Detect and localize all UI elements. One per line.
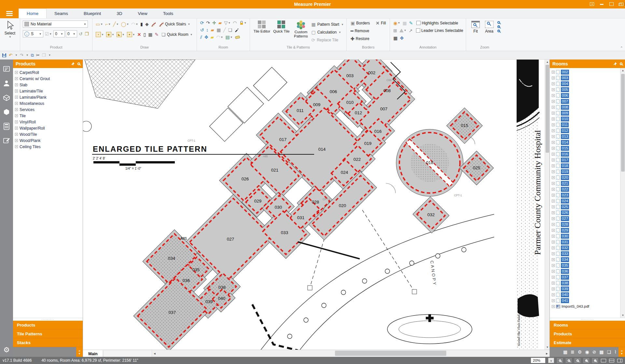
room-list-item[interactable]: +010 (552, 116, 625, 122)
room-list-item[interactable]: +027 (552, 216, 625, 221)
replace-tile-button[interactable]: ⟳Replace Tile (311, 36, 344, 44)
room-list-item[interactable]: +009 (552, 110, 625, 116)
expand-icon[interactable]: + (552, 176, 555, 179)
borders-button[interactable]: ▣Borders (349, 20, 371, 26)
tab-tools[interactable]: Tools (155, 8, 181, 18)
scroll-up-icon[interactable]: ▲ (620, 68, 625, 73)
diagonal-line-icon[interactable]: ╱ (222, 27, 226, 33)
room-list-item[interactable]: +020 (552, 175, 625, 180)
expand-icon[interactable]: + (552, 293, 555, 296)
room-list-item[interactable]: +012 (552, 128, 625, 133)
move-vertical-icon[interactable]: ↕ (205, 27, 209, 33)
offset-room-icon[interactable]: ▰ (210, 27, 215, 33)
floorplan-canvas[interactable]: CANOPY 002003006008009010007011012016015… (83, 60, 549, 350)
expand-icon[interactable]: + (552, 264, 555, 267)
material-combobox[interactable]: No Material ▼ (23, 21, 88, 28)
rotate-ccw-icon[interactable]: ↺ (200, 27, 205, 33)
delete-tool-icon[interactable]: ✕ (137, 32, 142, 37)
expand-icon[interactable]: + (552, 123, 555, 126)
expand-icon[interactable]: + (552, 164, 555, 167)
canvas-horizontal-scrollbar[interactable]: ◄ ► (152, 350, 549, 357)
product-category-item[interactable]: +Wood/Plank (15, 137, 83, 144)
product-category-item[interactable]: +Laminate/Tile (15, 88, 83, 94)
room-list-item[interactable]: +029 (552, 227, 625, 233)
pattern-start-button[interactable]: ▦Pattern Start▼ (311, 21, 344, 28)
room-list-item[interactable]: +039 (552, 286, 625, 292)
calc-annotation-icon[interactable]: ▦ (402, 21, 407, 26)
spray-tool-icon[interactable]: ▮ (140, 21, 144, 27)
filter-icon[interactable]: ▽▼ (224, 20, 231, 25)
room-list-item[interactable]: +028 (552, 221, 625, 227)
zoom-level-value[interactable]: 20% (531, 358, 545, 363)
tab-seams[interactable]: Seams (47, 8, 76, 18)
doc-tab-main[interactable]: Main (83, 350, 103, 357)
redo-icon[interactable]: ↷ (20, 53, 23, 57)
expand-icon[interactable]: + (15, 71, 18, 74)
teal-pencil-icon[interactable]: ✎ (409, 21, 414, 26)
line-tool[interactable]: ╱▼ (112, 21, 119, 27)
fill-bucket-icon[interactable]: ◆ (145, 21, 149, 27)
zoom-fit-button[interactable]: Fit (469, 20, 482, 45)
sort-combobox[interactable]: ↓ S ▼ (23, 30, 43, 37)
expand-icon[interactable]: + (552, 235, 555, 238)
value1-spinner[interactable]: 0▼ (53, 30, 65, 37)
quick-stairs-button[interactable]: Quick Stairs▼ (158, 21, 192, 27)
product-category-item[interactable]: +Miscellaneous (15, 100, 83, 106)
expand-icon[interactable]: + (15, 120, 18, 123)
room-list-item[interactable]: +032 (552, 245, 625, 251)
expand-icon[interactable]: + (552, 287, 555, 290)
label-dot-icon[interactable]: ◉▼ (393, 21, 401, 26)
minimize-button[interactable] (599, 2, 604, 7)
expand-icon[interactable]: + (552, 211, 555, 214)
expand-icon[interactable]: + (15, 77, 18, 80)
highlights-selectable-checkbox[interactable] (416, 21, 421, 25)
qat-more-dropdown[interactable]: ▼ (49, 54, 51, 57)
scroll-right-icon[interactable]: ► (544, 350, 549, 357)
room-list-item[interactable]: +011 (552, 122, 625, 128)
product-category-item[interactable]: +Ceramic w/ Grout (15, 76, 83, 82)
arc-gray-icon[interactable]: ◠▼ (215, 35, 224, 40)
expand-icon[interactable]: + (552, 170, 555, 173)
merge-rooms-icon[interactable]: ▰ (218, 20, 223, 25)
product-category-item[interactable]: +Services (15, 106, 83, 113)
tab-3d[interactable]: 3D (109, 8, 130, 18)
room-list-item[interactable]: +002 (552, 69, 625, 75)
eyedropper-icon[interactable] (234, 27, 240, 33)
expand-icon[interactable]: + (15, 114, 18, 117)
room-list-item[interactable]: +014 (552, 139, 625, 145)
door-icon[interactable]: ▤▼ (225, 35, 233, 40)
expand-icon[interactable]: + (552, 205, 555, 208)
tab-blueprint[interactable]: Blueprint (76, 8, 109, 18)
room-list-item[interactable]: +023 (552, 192, 625, 198)
room-list-item[interactable]: +038 (552, 280, 625, 286)
expand-icon[interactable]: + (552, 282, 555, 285)
room-list-item[interactable]: +017 (552, 157, 625, 163)
refresh-add-icon[interactable]: ↺ (78, 31, 83, 36)
room-list-item[interactable]: +019 (552, 169, 625, 175)
expand-icon[interactable]: + (552, 100, 555, 103)
open-box-icon[interactable] (3, 94, 10, 101)
grid-edit-icon[interactable]: ▦ (216, 27, 221, 33)
room-list-item[interactable]: +030 (552, 233, 625, 239)
rooms-vertical-scrollbar[interactable]: ▲ ▼ (620, 68, 625, 318)
collapse-ribbon-icon[interactable]: ⌃ (620, 46, 623, 50)
expand-icon[interactable]: + (15, 108, 18, 111)
expand-icon[interactable]: + (552, 77, 555, 79)
stack-icon[interactable]: ≣ (571, 349, 575, 355)
room-list-item[interactable]: +035 (552, 262, 625, 268)
canvas-vertical-scrollbar[interactable]: ▲ ▼ (545, 60, 549, 350)
room-diamond-tool[interactable]: ◆▼ (105, 32, 115, 37)
pattern-icon[interactable]: ▩ (599, 349, 604, 355)
expand-icon[interactable]: + (15, 133, 18, 136)
zoom-level-dropdown[interactable]: ∨ (548, 358, 554, 363)
tab-view[interactable]: View (130, 8, 155, 18)
new-page-icon[interactable]: ❏ (228, 27, 233, 33)
room-list-item[interactable]: +007 (552, 98, 625, 104)
save-icon[interactable] (2, 53, 7, 58)
pencil-icon[interactable]: ✎ (154, 32, 159, 37)
eraser-icon[interactable] (234, 35, 241, 39)
expand-icon[interactable]: + (552, 118, 555, 120)
expand-icon[interactable]: + (552, 82, 555, 85)
redo-dropdown[interactable]: ▼ (26, 54, 29, 57)
room-list-item[interactable]: +006 (552, 92, 625, 98)
